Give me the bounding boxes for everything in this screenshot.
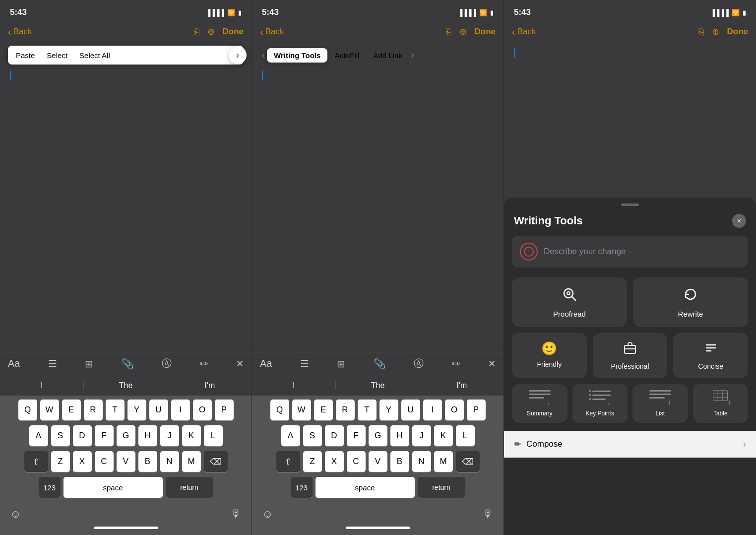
- key-n-1[interactable]: N: [160, 451, 179, 472]
- key-m-1[interactable]: M: [182, 451, 201, 472]
- list-icon-2[interactable]: ☰: [300, 358, 309, 370]
- table-icon-1[interactable]: ⊞: [85, 358, 93, 370]
- key-return-1[interactable]: return: [166, 477, 213, 498]
- key-z-2[interactable]: Z: [303, 451, 322, 472]
- autocomplete-word-1[interactable]: I: [0, 381, 84, 390]
- text-area-3[interactable]: [504, 44, 756, 64]
- back-button-3[interactable]: ‹ Back: [512, 26, 536, 38]
- key-shift-2[interactable]: ⇧: [276, 451, 300, 472]
- key-f-1[interactable]: F: [95, 425, 114, 446]
- key-w-1[interactable]: W: [40, 400, 59, 420]
- close-keyboard-button-2[interactable]: ✕: [488, 358, 496, 369]
- key-p-1[interactable]: P: [215, 400, 234, 420]
- scribble-icon-2[interactable]: ✏: [452, 358, 460, 370]
- key-l-2[interactable]: L: [456, 425, 475, 446]
- key-b-1[interactable]: B: [138, 451, 157, 472]
- key-space-1[interactable]: space: [63, 477, 163, 498]
- text-area-1[interactable]: [0, 67, 252, 352]
- tool-proofread[interactable]: Proofread: [512, 277, 627, 327]
- key-d-2[interactable]: D: [325, 425, 344, 446]
- key-k-2[interactable]: K: [434, 425, 453, 446]
- attach-icon-1[interactable]: 📎: [122, 358, 134, 370]
- describe-input-row[interactable]: Describe your change: [512, 236, 748, 268]
- context-more-button[interactable]: ›: [229, 46, 247, 64]
- key-d-1[interactable]: D: [73, 425, 92, 446]
- key-q-1[interactable]: Q: [18, 400, 37, 420]
- back-button-2[interactable]: ‹ Back: [260, 26, 284, 38]
- share-icon-1[interactable]: ⎗: [194, 27, 199, 37]
- key-j-2[interactable]: J: [412, 425, 431, 446]
- key-b-2[interactable]: B: [390, 451, 409, 472]
- key-c-2[interactable]: C: [347, 451, 366, 472]
- aa-button-1[interactable]: Aa: [8, 358, 20, 369]
- compose-row[interactable]: ✏ Compose ›: [504, 431, 756, 458]
- key-e-1[interactable]: E: [62, 400, 81, 420]
- key-u-2[interactable]: U: [401, 400, 420, 420]
- emoji-icon-2[interactable]: ☺: [262, 508, 273, 521]
- key-r-1[interactable]: R: [84, 400, 103, 420]
- key-g-1[interactable]: G: [117, 425, 135, 446]
- done-button-1[interactable]: Done: [223, 27, 244, 37]
- scribble-icon-1[interactable]: ✏: [200, 358, 208, 370]
- attach-icon-2[interactable]: 📎: [374, 358, 386, 370]
- key-r-2[interactable]: R: [336, 400, 355, 420]
- tone-concise[interactable]: Concise: [673, 333, 748, 378]
- tab-bar-right-chevron[interactable]: ›: [409, 50, 416, 61]
- tone-friendly[interactable]: 🙂 Friendly: [512, 333, 587, 378]
- key-i-1[interactable]: I: [171, 400, 190, 420]
- key-x-1[interactable]: X: [73, 451, 92, 472]
- list-icon-1[interactable]: ☰: [48, 358, 57, 370]
- key-j-1[interactable]: J: [160, 425, 179, 446]
- format-list[interactable]: ↓ List: [632, 384, 688, 423]
- more-icon-3[interactable]: ⊕: [712, 26, 719, 37]
- key-space-2[interactable]: space: [315, 477, 415, 498]
- paste-button[interactable]: Paste: [10, 50, 41, 61]
- format-table[interactable]: ↓ Table: [693, 384, 749, 423]
- autocomplete-word-4[interactable]: I: [252, 381, 336, 390]
- key-w-2[interactable]: W: [292, 400, 311, 420]
- autocomplete-word-5[interactable]: The: [336, 381, 420, 390]
- key-s-2[interactable]: S: [303, 425, 322, 446]
- sheet-close-button[interactable]: ×: [732, 214, 746, 228]
- key-o-1[interactable]: O: [193, 400, 212, 420]
- key-t-1[interactable]: T: [106, 400, 125, 420]
- key-numbers-2[interactable]: 123: [291, 477, 313, 498]
- key-y-1[interactable]: Y: [127, 400, 146, 420]
- key-numbers-1[interactable]: 123: [39, 477, 61, 498]
- aa-button-2[interactable]: Aa: [260, 358, 272, 369]
- key-i-2[interactable]: I: [423, 400, 442, 420]
- key-delete-1[interactable]: ⌫: [204, 451, 228, 472]
- key-x-2[interactable]: X: [325, 451, 344, 472]
- key-delete-2[interactable]: ⌫: [456, 451, 480, 472]
- text-area-2[interactable]: [252, 67, 504, 352]
- key-n-2[interactable]: N: [412, 451, 431, 472]
- close-keyboard-button-1[interactable]: ✕: [236, 358, 244, 369]
- key-y-2[interactable]: Y: [379, 400, 398, 420]
- tab-autofill[interactable]: AutoFill: [327, 48, 366, 63]
- key-o-2[interactable]: O: [445, 400, 464, 420]
- key-s-1[interactable]: S: [51, 425, 70, 446]
- key-g-2[interactable]: G: [369, 425, 387, 446]
- table-icon-2[interactable]: ⊞: [337, 358, 345, 370]
- tone-professional[interactable]: Professional: [593, 333, 668, 378]
- tab-add-link[interactable]: Add Link: [366, 48, 409, 63]
- format-icon-1[interactable]: Ⓐ: [162, 357, 172, 370]
- share-icon-2[interactable]: ⎗: [446, 27, 451, 37]
- tab-writing-tools[interactable]: Writing Tools: [267, 48, 327, 63]
- key-v-2[interactable]: V: [369, 451, 387, 472]
- key-m-2[interactable]: M: [434, 451, 453, 472]
- key-a-1[interactable]: A: [29, 425, 48, 446]
- done-button-3[interactable]: Done: [727, 27, 749, 37]
- autocomplete-word-3[interactable]: I'm: [168, 381, 252, 390]
- autocomplete-word-6[interactable]: I'm: [420, 381, 504, 390]
- key-a-2[interactable]: A: [281, 425, 300, 446]
- format-icon-2[interactable]: Ⓐ: [414, 357, 424, 370]
- select-button[interactable]: Select: [41, 50, 73, 61]
- tool-rewrite[interactable]: Rewrite: [633, 277, 748, 327]
- share-icon-3[interactable]: ⎗: [698, 27, 704, 37]
- key-p-2[interactable]: P: [467, 400, 486, 420]
- more-icon-2[interactable]: ⊕: [459, 26, 467, 37]
- mic-icon-1[interactable]: 🎙: [231, 508, 242, 521]
- key-q-2[interactable]: Q: [270, 400, 289, 420]
- emoji-icon-1[interactable]: ☺: [10, 508, 21, 521]
